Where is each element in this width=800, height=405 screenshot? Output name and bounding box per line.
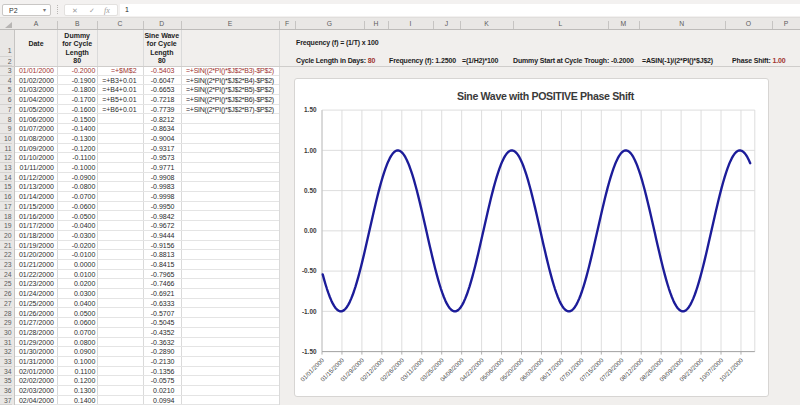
svg-text:-1.50: -1.50 — [302, 348, 317, 355]
svg-text:1.00: 1.00 — [304, 147, 317, 154]
svg-text:-0.50: -0.50 — [302, 268, 317, 275]
svg-text:1.50: 1.50 — [304, 107, 317, 114]
svg-text:0.50: 0.50 — [304, 187, 317, 194]
svg-text:0.00: 0.00 — [304, 227, 317, 234]
svg-text:-1.00: -1.00 — [302, 308, 317, 315]
